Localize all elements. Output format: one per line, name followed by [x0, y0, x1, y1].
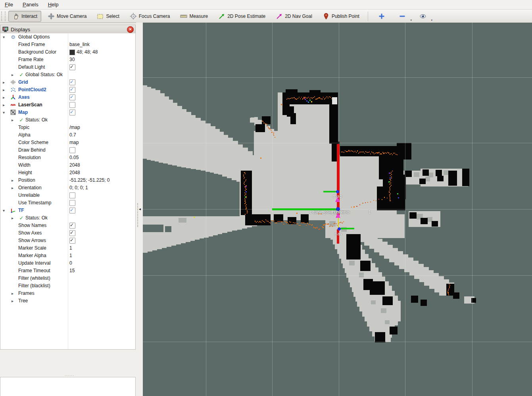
tree-row-value[interactable]: 48; 48; 48 — [69, 48, 98, 56]
checkbox-unchecked[interactable] — [69, 147, 75, 153]
menu-panels[interactable]: Panels — [18, 0, 43, 9]
tree-row-value[interactable]: map — [69, 139, 79, 146]
tree-row-position[interactable]: ▸Position-51.225; -51.225; 0 — [0, 177, 135, 184]
tree-row-show-names[interactable]: Show Names✓ — [0, 222, 135, 229]
tree-row-axes[interactable]: ▸Axes✓ — [0, 94, 135, 101]
tool-measure[interactable]: Measure — [176, 11, 212, 22]
tree-row-use-timestamp[interactable]: Use Timestamp — [0, 199, 135, 207]
displays-panel-header[interactable]: Displays ✕ — [0, 25, 136, 34]
render-viewport-3d[interactable]: mapnavcloudbase_footprintodombase_linkla… — [143, 23, 532, 396]
tool-publish-point[interactable]: Publish Point — [319, 11, 363, 22]
tree-row-value[interactable] — [69, 101, 75, 109]
expand-arrow-icon[interactable]: ▸ — [3, 79, 5, 86]
checkbox-checked[interactable]: ✓ — [69, 110, 75, 115]
tree-row-resolution[interactable]: Resolution0.05 — [0, 154, 135, 161]
panel-viewport-splitter[interactable]: ◂ — [136, 23, 143, 396]
tree-row-global-options[interactable]: ▾⚙Global Options — [0, 33, 135, 41]
tree-row-value[interactable]: ✓ — [69, 207, 75, 214]
expand-arrow-icon[interactable]: ▸ — [3, 86, 5, 94]
tool-move-camera[interactable]: Move Camera — [44, 11, 90, 22]
tree-row-color-scheme[interactable]: Color Schememap — [0, 139, 135, 146]
tool-remove-tool[interactable]: ▾ — [393, 11, 411, 22]
checkbox-checked[interactable]: ✓ — [69, 79, 75, 85]
tree-row-alpha[interactable]: Alpha0.7 — [0, 131, 135, 139]
tree-row-global-status-ok[interactable]: ▸✓Global Status: Ok — [0, 71, 135, 79]
tree-row-show-arrows[interactable]: Show Arrows✓ — [0, 237, 135, 244]
tree-row-draw-behind[interactable]: Draw Behind — [0, 146, 135, 154]
expand-arrow-icon[interactable]: ▸ — [12, 297, 13, 305]
checkbox-unchecked[interactable] — [69, 102, 75, 108]
tree-row-value[interactable] — [69, 192, 75, 199]
tool-pose-estimate[interactable]: 2D Pose Estimate — [214, 11, 269, 22]
checkbox-checked[interactable]: ✓ — [69, 94, 75, 100]
checkbox-unchecked[interactable] — [69, 192, 75, 198]
tree-row-update-interval[interactable]: Update Interval0 — [0, 260, 135, 267]
tree-row-background-color[interactable]: Background Color48; 48; 48 — [0, 48, 135, 56]
tree-row-value[interactable]: 1 — [69, 244, 72, 252]
menu-file[interactable]: File — [0, 0, 18, 9]
tree-row-value[interactable]: /map — [69, 124, 80, 131]
tree-row-filter-blacklist-[interactable]: Filter (blacklist) — [0, 282, 135, 290]
tree-row-value[interactable]: ✓ — [69, 63, 75, 71]
tree-row-value[interactable]: 1 — [69, 252, 72, 260]
tree-row-value[interactable]: 30 — [69, 56, 75, 63]
tree-row-map[interactable]: ▾Map✓ — [0, 109, 135, 116]
tree-row-status-ok[interactable]: ▸✓Status: Ok — [0, 214, 135, 222]
tree-row-value[interactable]: ✓ — [69, 94, 75, 101]
tool-focus-camera[interactable]: Focus Camera — [126, 11, 174, 22]
toolbar-drag-handle[interactable] — [1, 12, 6, 21]
collapse-arrow-icon[interactable]: ▾ — [3, 207, 5, 214]
tree-row-tf[interactable]: ▾TF✓ — [0, 207, 135, 214]
expand-arrow-icon[interactable]: ▸ — [3, 94, 5, 101]
tree-row-laserscan[interactable]: ▸LaserScan — [0, 101, 135, 109]
tree-row-value[interactable]: 0.05 — [69, 154, 79, 161]
tree-row-width[interactable]: Width2048 — [0, 161, 135, 169]
tree-row-value[interactable]: 15 — [69, 267, 75, 275]
close-icon[interactable]: ✕ — [127, 26, 134, 33]
checkbox-checked[interactable]: ✓ — [69, 230, 75, 236]
tree-row-height[interactable]: Height2048 — [0, 169, 135, 177]
tree-row-orientation[interactable]: ▸Orientation0; 0; 0; 1 — [0, 184, 135, 192]
tree-row-value[interactable] — [69, 146, 75, 154]
tool-tool-visibility[interactable]: ▾ — [414, 11, 432, 22]
tree-row-value[interactable]: ✓ — [69, 222, 75, 229]
tree-row-grid[interactable]: ▸Grid✓ — [0, 79, 135, 86]
checkbox-unchecked[interactable] — [69, 200, 75, 206]
tree-row-fixed-frame[interactable]: Fixed Framebase_link — [0, 41, 135, 48]
expand-arrow-icon[interactable]: ▸ — [12, 116, 13, 124]
expand-arrow-icon[interactable]: ▸ — [12, 290, 13, 297]
checkbox-checked[interactable]: ✓ — [69, 87, 75, 93]
tree-row-value[interactable]: ✓ — [69, 109, 75, 116]
tree-row-status-ok[interactable]: ▸✓Status: Ok — [0, 116, 135, 124]
tree-row-show-axes[interactable]: Show Axes✓ — [0, 229, 135, 237]
tree-row-value[interactable]: 0.7 — [69, 131, 76, 139]
dropdown-arrow-icon[interactable]: ▾ — [431, 19, 432, 22]
expand-arrow-icon[interactable]: ▸ — [12, 177, 13, 184]
tree-row-topic[interactable]: Topic/map — [0, 124, 135, 131]
collapse-arrow-icon[interactable]: ▾ — [3, 109, 5, 116]
tree-row-value[interactable]: ✓ — [69, 229, 75, 237]
tree-row-frames[interactable]: ▸Frames — [0, 290, 135, 297]
collapse-arrow-icon[interactable]: ▾ — [3, 33, 5, 41]
menu-help[interactable]: Help — [43, 0, 63, 9]
tree-row-value[interactable]: 0 — [69, 260, 72, 267]
splitter-collapse-icon[interactable]: ◂ — [139, 207, 141, 211]
tree-row-value[interactable]: 2048 — [69, 161, 80, 169]
tree-row-marker-scale[interactable]: Marker Scale1 — [0, 244, 135, 252]
tree-row-value[interactable]: 0; 0; 0; 1 — [69, 184, 88, 192]
tree-row-value[interactable]: ✓ — [69, 237, 75, 244]
checkbox-checked[interactable]: ✓ — [69, 64, 75, 70]
tree-row-default-light[interactable]: Default Light✓ — [0, 63, 135, 71]
tree-row-value[interactable] — [69, 199, 75, 207]
tree-row-tree[interactable]: ▸Tree — [0, 297, 135, 305]
tree-row-frame-rate[interactable]: Frame Rate30 — [0, 56, 135, 63]
tree-row-marker-alpha[interactable]: Marker Alpha1 — [0, 252, 135, 260]
tree-row-frame-timeout[interactable]: Frame Timeout15 — [0, 267, 135, 275]
expand-arrow-icon[interactable]: ▸ — [3, 101, 5, 109]
checkbox-checked[interactable]: ✓ — [69, 208, 75, 213]
checkbox-checked[interactable]: ✓ — [69, 238, 75, 244]
tree-row-value[interactable]: 2048 — [69, 169, 80, 177]
description-splitter-handle[interactable]: ······ — [61, 375, 77, 377]
tool-nav-goal[interactable]: 2D Nav Goal — [272, 11, 316, 22]
tree-row-unreliable[interactable]: Unreliable — [0, 192, 135, 199]
